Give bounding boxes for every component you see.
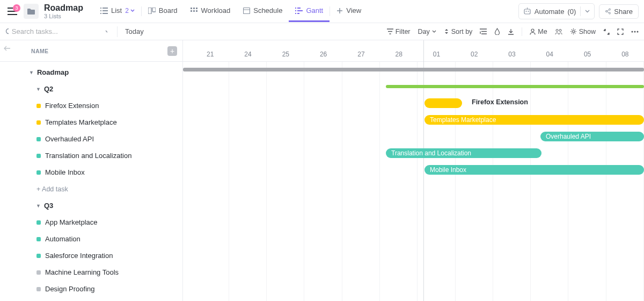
collapse-button[interactable] <box>603 28 610 35</box>
subgroup-q3[interactable]: ▼Q3 <box>0 197 182 214</box>
svg-rect-7 <box>196 10 197 12</box>
svg-point-22 <box>637 31 639 32</box>
task-row[interactable]: App Marketplace <box>0 214 182 231</box>
task-tree: ▼Roadmap ▼Q2 Firefox Extension Templates… <box>0 62 182 297</box>
task-row[interactable]: Salesforce Integration <box>0 247 182 264</box>
download-icon <box>508 28 514 35</box>
task-row[interactable]: Mobile Inbox <box>0 164 182 181</box>
svg-point-15 <box>6 28 9 33</box>
chevron-down-icon <box>585 10 590 13</box>
chevron-down-icon[interactable] <box>105 30 107 33</box>
calendar-icon <box>243 7 250 14</box>
bar-q2[interactable] <box>386 85 644 88</box>
dots-icon <box>631 31 639 33</box>
date-cell: 08 <box>606 40 644 61</box>
day-selector[interactable]: Day <box>418 28 436 35</box>
svg-rect-2 <box>191 8 192 9</box>
svg-point-12 <box>609 9 611 10</box>
bar-roadmap[interactable] <box>183 68 644 71</box>
date-cell: 26 <box>304 40 342 61</box>
status-dot <box>36 170 41 175</box>
menu-button[interactable]: 3 <box>5 5 19 17</box>
views-nav: List 2 Board Workload Schedule Gantt Vie… <box>94 1 368 22</box>
group-button[interactable] <box>480 28 487 34</box>
gantt-row-firefox: Firefox Extension <box>183 95 644 112</box>
search-wrap <box>5 27 107 35</box>
today-button[interactable]: Today <box>117 26 144 37</box>
svg-point-18 <box>559 29 561 31</box>
gantt-rows: Firefox Extension Templates Marketplace … <box>183 62 644 178</box>
gantt-row-mobile: Mobile Inbox <box>183 162 644 178</box>
subgroup-q2[interactable]: ▼Q2 <box>0 81 182 97</box>
gear-icon <box>570 28 577 35</box>
show-button[interactable]: Show <box>570 28 596 35</box>
automate-count: (0) <box>567 8 576 16</box>
add-view[interactable]: View <box>330 1 368 22</box>
export-button[interactable] <box>508 28 514 35</box>
view-schedule[interactable]: Schedule <box>237 1 289 22</box>
share-icon <box>605 8 611 15</box>
search-input[interactable] <box>12 27 102 35</box>
gantt-row-templates: Templates Marketplace <box>183 112 644 128</box>
view-label: Schedule <box>253 6 282 15</box>
folder-button[interactable] <box>24 4 39 19</box>
view-board[interactable]: Board <box>142 1 184 22</box>
add-task-button[interactable]: + Add task <box>0 181 182 197</box>
group-roadmap[interactable]: ▼Roadmap <box>0 64 182 81</box>
view-list-count[interactable]: 2 <box>125 7 135 15</box>
status-dot <box>36 237 41 241</box>
date-cell: 27 <box>342 40 380 61</box>
view-label: List <box>111 6 122 15</box>
color-button[interactable] <box>494 28 500 35</box>
list-icon <box>100 8 108 14</box>
view-gantt[interactable]: Gantt <box>289 1 330 22</box>
toolbar-right: Filter Day Sort by Me Show <box>387 27 639 36</box>
bar-templates-marketplace[interactable]: Templates Marketplace <box>425 115 644 125</box>
left-panel: NAME + ▼Roadmap ▼Q2 Firefox Extension Te… <box>0 40 183 301</box>
more-button[interactable] <box>631 31 639 33</box>
filter-button[interactable]: Filter <box>387 28 411 35</box>
gantt-chart[interactable]: 21 24 25 26 27 28 01 02 03 04 05 08 <box>183 40 644 301</box>
bar-firefox-extension[interactable] <box>425 98 462 108</box>
automate-button[interactable]: Automate (0) <box>518 3 595 19</box>
notification-badge: 3 <box>13 4 20 12</box>
assignee-button[interactable] <box>555 28 562 35</box>
task-row[interactable]: Design Proofing <box>0 281 182 297</box>
status-dot <box>36 154 41 158</box>
share-button[interactable]: Share <box>599 4 639 19</box>
fullscreen-button[interactable] <box>617 28 624 35</box>
task-row[interactable]: Firefox Extension <box>0 97 182 114</box>
status-dot <box>36 104 41 108</box>
view-list[interactable]: List 2 <box>94 1 141 22</box>
svg-rect-3 <box>193 8 195 9</box>
view-label: Gantt <box>306 6 323 15</box>
date-cell: 25 <box>267 40 304 61</box>
task-row[interactable]: Automation <box>0 231 182 247</box>
caret-down-icon: ▼ <box>36 87 41 92</box>
gantt-icon <box>295 8 303 14</box>
sort-icon <box>444 28 449 34</box>
chevron-down-icon <box>432 30 436 33</box>
expand-icon <box>617 28 624 35</box>
collapse-icon <box>603 28 610 35</box>
svg-point-20 <box>632 31 633 32</box>
task-row[interactable]: Overhauled API <box>0 131 182 147</box>
add-column-button[interactable]: + <box>167 46 177 56</box>
task-row[interactable]: Templates Marketplace <box>0 114 182 131</box>
separator <box>522 27 522 36</box>
bar-mobile-inbox[interactable]: Mobile Inbox <box>425 165 644 175</box>
me-button[interactable]: Me <box>530 28 547 35</box>
filter-icon <box>387 28 393 34</box>
view-workload[interactable]: Workload <box>184 1 237 22</box>
bar-translation[interactable]: Translation and Localization <box>386 148 541 158</box>
date-cell: 04 <box>531 40 568 61</box>
status-dot <box>36 220 41 225</box>
plus-icon <box>336 8 343 14</box>
folder-icon <box>27 8 35 15</box>
svg-rect-0 <box>148 8 151 14</box>
sort-button[interactable]: Sort by <box>444 28 473 35</box>
task-row[interactable]: Translation and Localization <box>0 147 182 164</box>
task-row[interactable]: Machine Learning Tools <box>0 264 182 281</box>
bar-overhauled-api[interactable]: Overhauled API <box>540 132 644 141</box>
page-title[interactable]: Roadmap <box>44 3 83 13</box>
